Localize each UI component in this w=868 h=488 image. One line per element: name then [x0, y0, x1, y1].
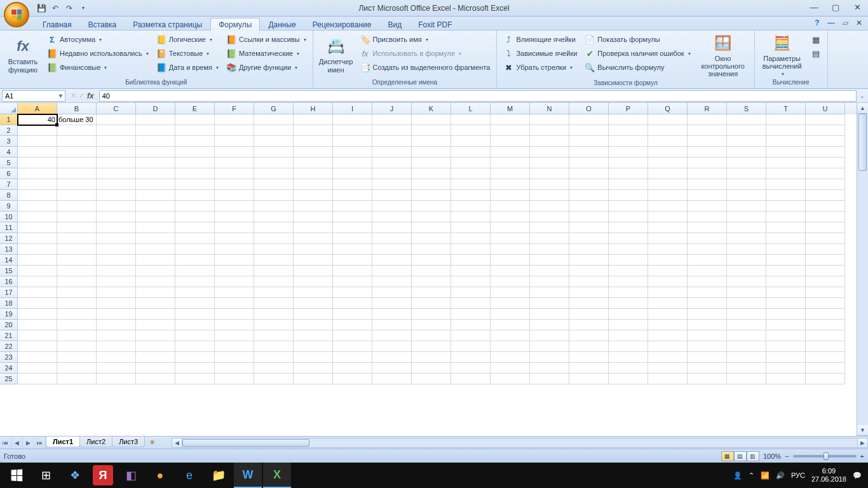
cell-O11[interactable] [569, 222, 609, 233]
row-header-23[interactable]: 23 [0, 352, 18, 363]
last-sheet-icon[interactable]: ⏭ [34, 437, 46, 449]
row-header-2[interactable]: 2 [0, 125, 18, 136]
cell-A13[interactable] [18, 244, 57, 255]
cell-T2[interactable] [766, 125, 806, 136]
cell-D25[interactable] [136, 374, 175, 384]
cell-S3[interactable] [727, 136, 766, 147]
cell-Q23[interactable] [648, 352, 688, 363]
vertical-scrollbar[interactable]: ▲ ▼ [857, 103, 868, 436]
cell-A15[interactable] [18, 266, 57, 276]
cell-L11[interactable] [451, 222, 491, 233]
cell-O9[interactable] [569, 201, 609, 212]
cell-T24[interactable] [766, 363, 806, 374]
cell-F20[interactable] [215, 320, 254, 330]
cell-S7[interactable] [727, 179, 766, 190]
row-header-13[interactable]: 13 [0, 244, 18, 255]
cell-H4[interactable] [294, 147, 333, 158]
cell-T8[interactable] [766, 190, 806, 201]
cell-T4[interactable] [766, 147, 806, 158]
cell-A17[interactable] [18, 287, 57, 298]
cell-Q22[interactable] [648, 341, 688, 352]
cell-J2[interactable] [372, 125, 412, 136]
tab-рецензирование[interactable]: Рецензирование [304, 18, 380, 30]
cell-R24[interactable] [688, 363, 727, 374]
cell-T23[interactable] [766, 352, 806, 363]
cell-E24[interactable] [175, 363, 215, 374]
cell-S23[interactable] [727, 352, 766, 363]
cell-S22[interactable] [727, 341, 766, 352]
cell-U21[interactable] [806, 330, 845, 341]
tab-вид[interactable]: Вид [379, 18, 410, 30]
cell-O23[interactable] [569, 352, 609, 363]
row-header-5[interactable]: 5 [0, 158, 18, 168]
cell-L23[interactable] [451, 352, 491, 363]
cell-T12[interactable] [766, 233, 806, 244]
col-header-E[interactable]: E [175, 103, 215, 114]
cell-U16[interactable] [806, 276, 845, 287]
cell-T13[interactable] [766, 244, 806, 255]
cell-R6[interactable] [688, 168, 727, 179]
cell-A16[interactable] [18, 276, 57, 287]
cell-T3[interactable] [766, 136, 806, 147]
page-layout-view-button[interactable]: ▤ [734, 451, 747, 461]
zoom-out-button[interactable]: − [785, 452, 789, 460]
cell-H8[interactable] [294, 190, 333, 201]
cell-O4[interactable] [569, 147, 609, 158]
cell-F18[interactable] [215, 298, 254, 309]
cell-D12[interactable] [136, 233, 175, 244]
cell-H25[interactable] [294, 374, 333, 384]
cell-E12[interactable] [175, 233, 215, 244]
cell-U4[interactable] [806, 147, 845, 158]
cell-I12[interactable] [333, 233, 372, 244]
cell-R12[interactable] [688, 233, 727, 244]
cell-O24[interactable] [569, 363, 609, 374]
cell-M24[interactable] [491, 363, 530, 374]
row-header-21[interactable]: 21 [0, 330, 18, 341]
cell-Q7[interactable] [648, 179, 688, 190]
cell-T25[interactable] [766, 374, 806, 384]
col-header-L[interactable]: L [451, 103, 491, 114]
cell-K22[interactable] [412, 341, 451, 352]
cell-P15[interactable] [609, 266, 648, 276]
cell-N1[interactable] [530, 114, 569, 125]
cell-J11[interactable] [372, 222, 412, 233]
cell-C22[interactable] [97, 341, 136, 352]
row-header-10[interactable]: 10 [0, 212, 18, 222]
cell-U1[interactable] [806, 114, 845, 125]
cell-F13[interactable] [215, 244, 254, 255]
cell-C11[interactable] [97, 222, 136, 233]
cell-G11[interactable] [254, 222, 294, 233]
cell-J9[interactable] [372, 201, 412, 212]
tray-people-icon[interactable]: 👤 [733, 471, 742, 480]
cell-I16[interactable] [333, 276, 372, 287]
cell-M1[interactable] [491, 114, 530, 125]
cell-P11[interactable] [609, 222, 648, 233]
cell-I3[interactable] [333, 136, 372, 147]
sheet-tab-Лист1[interactable]: Лист1 [46, 437, 80, 447]
cell-J1[interactable] [372, 114, 412, 125]
cell-N24[interactable] [530, 363, 569, 374]
cell-C17[interactable] [97, 287, 136, 298]
cell-I6[interactable] [333, 168, 372, 179]
cell-C6[interactable] [97, 168, 136, 179]
cell-K13[interactable] [412, 244, 451, 255]
row-header-4[interactable]: 4 [0, 147, 18, 158]
cell-B14[interactable] [57, 255, 97, 266]
cell-O15[interactable] [569, 266, 609, 276]
cell-J14[interactable] [372, 255, 412, 266]
cell-J4[interactable] [372, 147, 412, 158]
cell-S1[interactable] [727, 114, 766, 125]
cell-P19[interactable] [609, 309, 648, 320]
cell-O12[interactable] [569, 233, 609, 244]
cell-A12[interactable] [18, 233, 57, 244]
cell-Q16[interactable] [648, 276, 688, 287]
cell-C8[interactable] [97, 190, 136, 201]
cell-N8[interactable] [530, 190, 569, 201]
cell-E15[interactable] [175, 266, 215, 276]
col-header-B[interactable]: B [57, 103, 97, 114]
cell-N3[interactable] [530, 136, 569, 147]
col-header-N[interactable]: N [530, 103, 569, 114]
cell-H9[interactable] [294, 201, 333, 212]
cell-F8[interactable] [215, 190, 254, 201]
row-header-22[interactable]: 22 [0, 341, 18, 352]
